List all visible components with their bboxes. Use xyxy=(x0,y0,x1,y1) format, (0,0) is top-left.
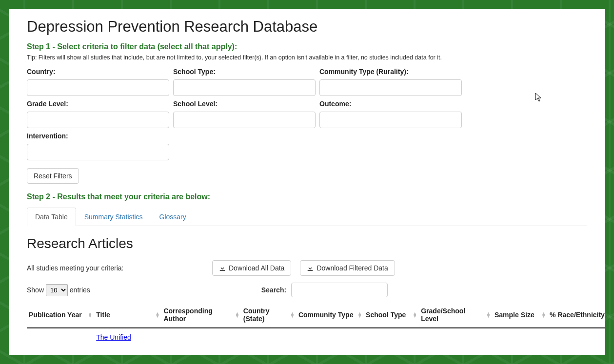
col-grade-school-level[interactable]: Grade/School Level▲▼ xyxy=(419,302,493,328)
community-type-input[interactable] xyxy=(319,79,462,96)
intervention-input[interactable] xyxy=(27,144,169,160)
criteria-text: All studies meeting your criteria: xyxy=(27,264,202,272)
col-author[interactable]: Corresponding Author▲▼ xyxy=(161,302,241,328)
search-label: Search: xyxy=(261,286,286,294)
content-panel: Depression Prevention Research Database … xyxy=(9,9,605,355)
country-input[interactable] xyxy=(27,79,169,96)
sort-icon: ▲▼ xyxy=(88,312,92,318)
tab-summary-statistics[interactable]: Summary Statistics xyxy=(76,208,151,226)
col-sample-size[interactable]: Sample Size▲▼ xyxy=(493,302,548,328)
download-filtered-label: Download Filtered Data xyxy=(317,264,388,272)
research-articles-heading: Research Articles xyxy=(27,236,587,251)
table-row[interactable]: The Unified xyxy=(27,328,605,346)
col-school-type[interactable]: School Type▲▼ xyxy=(364,302,419,328)
results-table: Publication Year▲▼ Title▲▼ Corresponding… xyxy=(27,302,605,346)
sort-icon: ▲▼ xyxy=(156,312,160,318)
sort-icon: ▲▼ xyxy=(413,312,417,318)
school-level-label: School Level: xyxy=(173,100,316,108)
search-input[interactable] xyxy=(291,283,388,297)
step1-tip: Tip: Filters will show all studies that … xyxy=(27,54,587,61)
grade-level-label: Grade Level: xyxy=(27,100,169,108)
country-label: Country: xyxy=(27,68,169,76)
col-community-type[interactable]: Community Type▲▼ xyxy=(297,302,364,328)
reset-filters-button[interactable]: Reset Filters xyxy=(27,168,79,184)
page-title: Depression Prevention Research Database xyxy=(27,18,587,36)
show-label: Show xyxy=(27,286,44,294)
entries-label: entries xyxy=(70,286,90,294)
download-filtered-button[interactable]: Download Filtered Data xyxy=(300,260,395,276)
filters-grid: Country: School Type: Community Type (Ru… xyxy=(27,68,466,160)
tab-glossary[interactable]: Glossary xyxy=(151,208,195,226)
outcome-label: Outcome: xyxy=(319,100,462,108)
sort-icon: ▲▼ xyxy=(541,312,546,318)
grade-level-input[interactable] xyxy=(27,112,169,128)
tab-data-table[interactable]: Data Table xyxy=(27,208,76,226)
sort-icon: ▲▼ xyxy=(235,312,239,318)
intervention-label: Intervention: xyxy=(27,132,169,140)
download-icon xyxy=(219,265,226,271)
entries-length-control: Show 10 entries xyxy=(27,284,90,296)
step1-header: Step 1 - Select criteria to filter data … xyxy=(27,42,587,51)
outcome-input[interactable] xyxy=(319,112,462,128)
col-country-state[interactable]: Country (State)▲▼ xyxy=(241,302,297,328)
download-all-button[interactable]: Download All Data xyxy=(212,260,291,276)
download-all-label: Download All Data xyxy=(229,264,284,272)
sort-icon: ▲▼ xyxy=(486,312,491,318)
entries-select[interactable]: 10 xyxy=(46,284,68,296)
col-title[interactable]: Title▲▼ xyxy=(94,302,161,328)
sort-icon: ▲▼ xyxy=(290,312,295,318)
step2-header: Step 2 - Results that meet your criteria… xyxy=(27,192,587,201)
school-type-label: School Type: xyxy=(173,68,316,76)
col-race-ethnicity[interactable]: % Race/Ethnicity▲▼ xyxy=(548,302,605,328)
article-title-link[interactable]: The Unified xyxy=(96,333,131,341)
col-publication-year[interactable]: Publication Year▲▼ xyxy=(27,302,94,328)
school-type-input[interactable] xyxy=(173,79,316,96)
tabs: Data Table Summary Statistics Glossary xyxy=(27,207,587,226)
school-level-input[interactable] xyxy=(173,112,316,128)
community-type-label: Community Type (Rurality): xyxy=(319,68,462,76)
download-icon xyxy=(307,265,314,271)
sort-icon: ▲▼ xyxy=(357,312,362,318)
